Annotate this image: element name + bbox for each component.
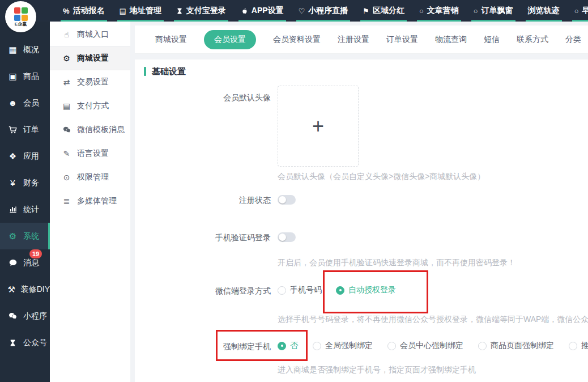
radio-label: 商品页面强制绑定 [491, 341, 554, 351]
sidebar-item-goods[interactable]: ▣ 商品 [0, 63, 50, 90]
tab-sms[interactable]: 短信 [484, 35, 500, 45]
submenu-label: 权限管理 [77, 172, 109, 182]
force-bind-caption: 进入商城是否强制绑定手机号，指定页面才强制绑定手机 [278, 365, 588, 375]
tab-logistics-query[interactable]: 物流查询 [435, 35, 467, 45]
tab-contact[interactable]: 联系方式 [517, 35, 548, 45]
permission-icon: ⊙ [62, 173, 71, 182]
circle-icon: ○ [574, 7, 579, 15]
topnav-item-order-popup[interactable]: ○ 订单飘窗 [466, 0, 521, 22]
sidebar-item-messages[interactable]: 消息 19 [0, 249, 50, 276]
topnav-item-region-dividend[interactable]: ⚑ 区域分红 [355, 0, 412, 22]
radio-label: 会员中心强制绑定 [400, 341, 463, 351]
topnav-item-miniprogram-live[interactable]: ♡ 小程序直播 [291, 0, 356, 22]
submenu-item-trade-settings[interactable]: ⇄ 交易设置 [50, 70, 130, 94]
submenu-label: 多媒体管理 [77, 196, 117, 206]
submenu-item-wechat-template-message[interactable]: 微信模板消息 [50, 118, 130, 142]
tab-category[interactable]: 分类 [565, 35, 581, 45]
sidebar-item-stats[interactable]: 统计 [0, 196, 50, 223]
exchange-icon: ⇄ [62, 78, 71, 87]
radio-label: 全局强制绑定 [325, 341, 373, 351]
submenu-label: 语言设置 [77, 148, 109, 159]
radio-auto-auth-login[interactable]: 自动授权登录 [336, 285, 396, 295]
hourglass-icon [7, 339, 18, 347]
topnav-item-activity-signup[interactable]: % 活动报名 [56, 0, 112, 22]
sidebar-item-decoration-diy[interactable]: ⚒ 装修DIY [0, 276, 50, 303]
section-title-accent-bar [144, 67, 146, 76]
topnav-item-early-checkin[interactable]: ○ 早起打卡 [567, 0, 588, 22]
topnav-item-article-marketing[interactable]: ○ 文章营销 [412, 0, 466, 22]
sidebar-item-apps[interactable]: ❖ 应用 [0, 143, 50, 169]
submenu-item-mall-settings[interactable]: ⚙ 商城设置 [50, 46, 130, 70]
tab-member-profile-settings[interactable]: 会员资料设置 [273, 35, 321, 45]
field-label: 注册状态 [144, 194, 271, 207]
topnav-item-app-settings[interactable]: APP设置 [233, 0, 291, 22]
basic-settings-panel: 基础设置 会员默认头像 + 会员默认头像（会员自定义头像>微信头像>商城默认头像… [135, 60, 588, 382]
submenu-item-mall-entry[interactable]: ☝ 商城入口 [50, 23, 130, 46]
submenu-item-payment-methods[interactable]: ▤ 支付方式 [50, 94, 130, 118]
topnav-label: 浏览轨迹 [528, 6, 560, 16]
hourglass-icon [176, 7, 183, 15]
wechat-icon [7, 312, 18, 320]
field-label: 手机验证码登录 [144, 232, 271, 268]
sidebar-item-system[interactable]: ⚙ 系统 [0, 223, 50, 249]
hand-pointer-icon: ☝ [62, 30, 71, 39]
sidebar-item-official-account[interactable]: 公众号 [0, 329, 50, 356]
sidebar-label: 消息 [23, 258, 39, 268]
form-row-default-avatar: 会员默认头像 + 会员默认头像（会员自定义头像>微信头像>商城默认头像） [144, 86, 588, 182]
field-label: 微信端登录方式 [144, 285, 271, 325]
avatar-upload-box[interactable]: + [278, 86, 359, 167]
radio-member-center-force-bind[interactable]: 会员中心强制绑定 [387, 341, 463, 351]
sidebar-item-finance[interactable]: ¥ 财务 [0, 169, 50, 196]
radio-global-force-bind[interactable]: 全局强制绑定 [313, 341, 373, 351]
radio-promotion-force-bind[interactable]: 推广 [569, 341, 588, 351]
radio-label: 推广 [581, 341, 588, 351]
submenu-label: 交易设置 [77, 77, 109, 87]
topbar: % 活动报名 ▤ 地址管理 支付宝登录 APP设置 ♡ 小程序直播 ⚑ 区域分红… [0, 0, 588, 22]
radio-no[interactable]: 否 [278, 341, 298, 351]
topnav-item-address-management[interactable]: ▤ 地址管理 [112, 0, 169, 22]
radio-product-page-force-bind[interactable]: 商品页面强制绑定 [478, 341, 554, 351]
finance-icon: ¥ [7, 178, 18, 188]
topnav-label: 地址管理 [130, 6, 161, 16]
register-status-toggle[interactable] [278, 195, 296, 205]
tab-member-settings[interactable]: 会员设置 [204, 30, 256, 49]
radio-circle-icon [478, 342, 487, 350]
main-sidebar: ▦ 概况 ▣ 商品 ☻ 会员 订单 ❖ 应用 ¥ 财务 统计 ⚙ 系统 [0, 22, 50, 382]
form-row-register-status: 注册状态 [144, 194, 588, 207]
sidebar-item-orders[interactable]: 订单 [0, 116, 50, 143]
apple-icon [241, 7, 248, 15]
section-title-text: 基础设置 [152, 66, 186, 77]
submenu-label: 商城入口 [77, 29, 109, 40]
comment-icon [7, 258, 18, 267]
message-count-badge: 19 [29, 249, 42, 258]
tab-mall-settings[interactable]: 商城设置 [155, 35, 187, 45]
radio-circle-icon [278, 286, 286, 295]
submenu-item-permission-management[interactable]: ⊙ 权限管理 [50, 165, 130, 189]
phone-code-login-toggle[interactable] [278, 232, 296, 242]
overview-icon: ▦ [7, 45, 18, 55]
cart-icon [7, 125, 18, 134]
form-row-wechat-login-mode: 微信端登录方式 手机号码 自动授权登录 选择手机号号码登录，将不再使用微信公众号… [144, 285, 588, 325]
apps-icon: ❖ [7, 151, 18, 162]
section-title: 基础设置 [144, 66, 588, 77]
goods-icon: ▣ [7, 71, 18, 82]
sidebar-item-overview[interactable]: ▦ 概况 [0, 36, 50, 63]
tab-register-settings[interactable]: 注册设置 [338, 35, 369, 45]
address-card-icon: ▤ [120, 7, 126, 15]
submenu-item-media-management[interactable]: ≣ 多媒体管理 [50, 189, 130, 213]
media-list-icon: ≣ [62, 197, 71, 206]
wechat-icon [62, 126, 71, 134]
sidebar-item-members[interactable]: ☻ 会员 [0, 90, 50, 116]
radio-phone-number[interactable]: 手机号码 [278, 285, 322, 295]
submenu-item-language-settings[interactable]: ✎ 语言设置 [50, 142, 130, 165]
sidebar-item-miniprogram[interactable]: 小程序 [0, 303, 50, 329]
avatar-caption: 会员默认头像（会员自定义头像>微信头像>商城默认头像） [278, 172, 485, 182]
radio-circle-icon [336, 286, 344, 295]
topnav-label: 支付宝登录 [186, 6, 226, 16]
sidebar-label: 应用 [23, 151, 39, 162]
gear-icon: ⚙ [62, 54, 71, 63]
topnav-item-browse-track[interactable]: 浏览轨迹 [521, 0, 567, 22]
topnav-item-alipay-login[interactable]: 支付宝登录 [169, 0, 233, 22]
tab-order-settings[interactable]: 订单设置 [386, 35, 418, 45]
submenu-label: 商城设置 [77, 53, 109, 63]
